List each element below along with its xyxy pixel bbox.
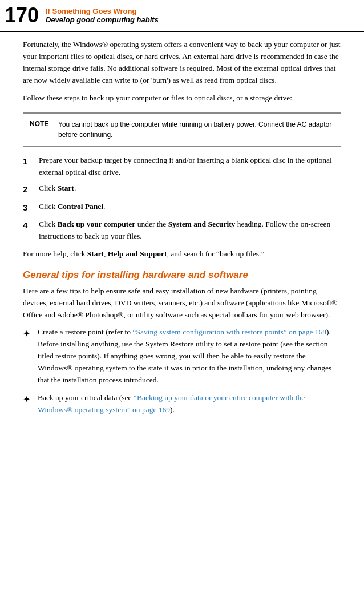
step-1-text: Prepare your backup target by connecting… — [39, 155, 341, 179]
tips-list: ✦ Create a restore point (refer to “Savi… — [23, 326, 341, 416]
step-number-3: 3 — [23, 201, 33, 214]
bullet-icon-2: ✦ — [23, 392, 33, 416]
restore-point-link[interactable]: “Saving system configuration with restor… — [132, 328, 326, 336]
step-4-text: Click Back up your computer under the Sy… — [39, 219, 341, 243]
step-2-text: Click Start. — [39, 183, 76, 196]
header-text-block: If Something Goes Wrong Develop good com… — [46, 2, 159, 29]
page-header: 170 If Something Goes Wrong Develop good… — [0, 0, 364, 32]
intro-paragraph-2: Follow these steps to back up your compu… — [23, 92, 341, 104]
after-steps-text: For more help, click Start, Help and Sup… — [23, 248, 341, 260]
tip-2-text: Back up your critical data (see “Backing… — [38, 392, 341, 416]
step-number-1: 1 — [23, 155, 33, 179]
note-box: NOTE You cannot back up the computer whi… — [23, 112, 341, 147]
main-content: Fortunately, the Windows® operating syst… — [0, 32, 364, 429]
step-number-2: 2 — [23, 183, 33, 196]
intro-paragraph-1: Fortunately, the Windows® operating syst… — [23, 39, 341, 87]
bullet-icon-1: ✦ — [23, 326, 33, 386]
note-text: You cannot back up the computer while ru… — [58, 119, 334, 140]
tip-1-text: Create a restore point (refer to “Saving… — [38, 326, 341, 386]
backup-link[interactable]: “Backing up your data or your entire com… — [38, 393, 305, 414]
step-1: 1 Prepare your backup target by connecti… — [23, 155, 341, 179]
steps-list: 1 Prepare your backup target by connecti… — [23, 155, 341, 243]
chapter-title: If Something Goes Wrong — [46, 7, 159, 15]
step-4: 4 Click Back up your computer under the … — [23, 219, 341, 243]
tip-2: ✦ Back up your critical data (see “Backi… — [23, 392, 341, 416]
section-intro: Here are a few tips to help ensure safe … — [23, 285, 341, 321]
section-heading: General tips for installing hardware and… — [23, 269, 341, 281]
step-number-4: 4 — [23, 219, 33, 243]
step-3: 3 Click Control Panel. — [23, 201, 341, 214]
section-subtitle: Develop good computing habits — [46, 15, 159, 24]
note-label: NOTE — [30, 119, 51, 140]
step-3-text: Click Control Panel. — [39, 201, 105, 214]
tip-1: ✦ Create a restore point (refer to “Savi… — [23, 326, 341, 386]
step-2: 2 Click Start. — [23, 183, 341, 196]
page-number: 170 — [0, 2, 46, 29]
